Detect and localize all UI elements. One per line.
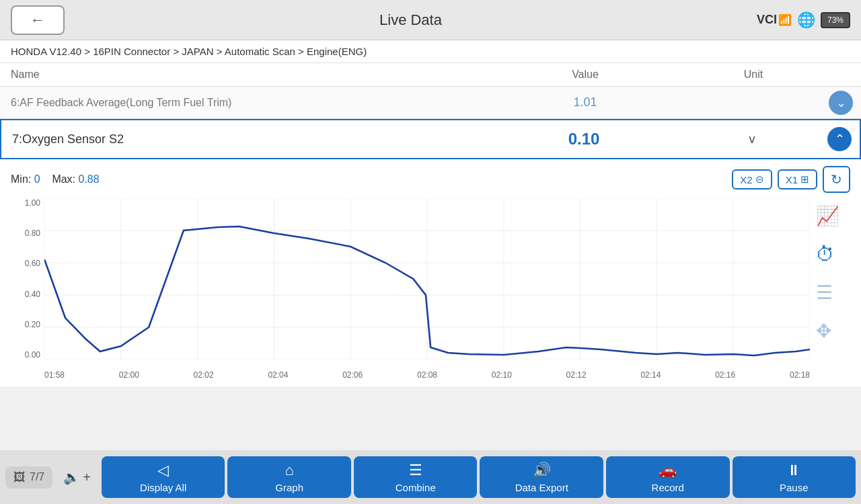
volume-button[interactable]: 🔈 + xyxy=(63,469,91,485)
data-export-label: Data Export xyxy=(515,482,568,493)
row-name: 6:AF Feedback Average(Long Term Fuel Tri… xyxy=(0,90,484,116)
y-axis: 1.00 0.80 0.60 0.40 0.20 0.00 xyxy=(11,198,40,360)
wifi-icon: 📶 xyxy=(778,13,792,26)
x-label-3: 02:04 xyxy=(268,370,288,380)
expand-up-icon[interactable]: ⌃ xyxy=(827,127,852,151)
zoom-x1-button[interactable]: X1 ⊞ xyxy=(778,169,817,190)
combine-icon: ☰ xyxy=(409,462,422,479)
expand-down-icon[interactable]: ⌄ xyxy=(829,91,853,115)
col-name: Name xyxy=(0,69,484,81)
gauge-icon[interactable]: ⏱ xyxy=(816,243,839,265)
line-chart xyxy=(44,198,810,360)
col-value: Value xyxy=(484,69,686,81)
min-max-display: Min: 0 Max: 0.88 xyxy=(11,173,100,185)
x-label-0: 01:58 xyxy=(44,370,65,380)
breadcrumb: HONDA V12.40 > 16PIN Connector > JAPAN >… xyxy=(0,40,861,63)
pause-icon: ⏸ xyxy=(786,462,801,479)
page-number: 7/7 xyxy=(30,471,44,483)
status-icons: VCI 📶 🌐 73% xyxy=(757,11,850,29)
y-label-040: 0.40 xyxy=(11,290,40,299)
graph-wrapper: 📈 ⏱ ☰ ✥ 1.00 0.80 0.60 0.40 0.20 0.00 xyxy=(11,198,850,380)
refresh-button[interactable]: ↻ xyxy=(823,166,850,193)
col-unit: Unit xyxy=(686,69,821,81)
x-label-9: 02:16 xyxy=(715,370,735,380)
zoom-x2-label: X2 xyxy=(740,174,752,185)
trend-up-icon[interactable]: 📈 xyxy=(816,205,839,227)
record-button[interactable]: 🚗 Record xyxy=(606,456,730,498)
display-all-button[interactable]: ◁ Display All xyxy=(102,456,225,498)
y-label-060: 0.60 xyxy=(11,259,40,268)
table-header: Name Value Unit xyxy=(0,63,861,87)
battery-indicator: 73% xyxy=(821,12,850,28)
graph-controls-bar: Min: 0 Max: 0.88 X2 ⊝ X1 ⊞ ↻ xyxy=(11,166,850,193)
volume-icon: 🔈 xyxy=(63,469,80,485)
magnify-minus-icon: ⊝ xyxy=(755,173,764,185)
max-value: 0.88 xyxy=(79,173,100,185)
display-all-icon: ◁ xyxy=(157,462,169,479)
x-label-1: 02:00 xyxy=(119,370,139,380)
row-expand-icon[interactable]: ⌄ xyxy=(821,91,861,115)
zoom-x1-label: X1 xyxy=(786,174,798,185)
combine-button[interactable]: ☰ Combine xyxy=(354,456,478,498)
network-icon: 🌐 xyxy=(797,11,815,29)
min-label: Min: xyxy=(11,173,31,185)
row-value: 1.01 xyxy=(484,95,686,110)
page-title: Live Data xyxy=(379,11,442,29)
display-all-label: Display All xyxy=(140,482,186,493)
graph-label: Graph xyxy=(275,482,303,493)
x-label-7: 02:12 xyxy=(566,370,587,380)
vci-label: VCI xyxy=(757,13,777,27)
x-label-5: 02:08 xyxy=(417,370,437,380)
back-button[interactable]: ← xyxy=(11,5,65,35)
y-label-100: 1.00 xyxy=(11,198,40,208)
min-value: 0 xyxy=(34,173,40,185)
image-icon: 🖼 xyxy=(13,470,26,485)
graph-section: Min: 0 Max: 0.88 X2 ⊝ X1 ⊞ ↻ 📈 ⏱ ☰ ✥ xyxy=(0,159,861,386)
x-label-6: 02:10 xyxy=(492,370,512,380)
zoom-x2-button[interactable]: X2 ⊝ xyxy=(732,169,772,190)
chart-area: 1.00 0.80 0.60 0.40 0.20 0.00 xyxy=(44,198,810,380)
col-action xyxy=(821,69,861,81)
x-label-8: 02:14 xyxy=(640,370,661,380)
data-export-button[interactable]: 🔊 Data Export xyxy=(480,456,603,498)
graph-side-icons: 📈 ⏱ ☰ ✥ xyxy=(816,198,839,342)
selected-row-unit: v xyxy=(685,132,819,146)
graph-icon: ⌂ xyxy=(285,462,294,479)
toolbar-buttons: ◁ Display All ⌂ Graph ☰ Combine 🔊 Data E… xyxy=(102,456,856,498)
x-label-2: 02:02 xyxy=(194,370,214,380)
x-label-10: 02:18 xyxy=(790,370,810,380)
y-label-080: 0.80 xyxy=(11,228,40,238)
graph-button[interactable]: ⌂ Graph xyxy=(227,456,351,498)
record-label: Record xyxy=(652,482,684,493)
selected-row-value: 0.10 xyxy=(483,130,685,149)
selected-row-icon[interactable]: ⌃ xyxy=(819,127,860,151)
magnify-plus-icon: ⊞ xyxy=(800,173,809,185)
header: ← Live Data VCI 📶 🌐 73% xyxy=(0,0,861,40)
list-icon[interactable]: ☰ xyxy=(816,282,839,304)
x-axis: 01:58 02:00 02:02 02:04 02:06 02:08 02:1… xyxy=(44,368,810,380)
bottom-toolbar: 🖼 7/7 🔈 + ◁ Display All ⌂ Graph ☰ Combin… xyxy=(0,450,861,504)
y-label-000: 0.00 xyxy=(11,350,40,360)
record-icon: 🚗 xyxy=(659,462,677,479)
page-indicator: 🖼 7/7 xyxy=(5,466,52,489)
table-row[interactable]: 6:AF Feedback Average(Long Term Fuel Tri… xyxy=(0,87,861,119)
selected-row-name: 7:Oxygen Sensor S2 xyxy=(1,126,483,153)
x-label-4: 02:06 xyxy=(342,370,363,380)
vci-badge: VCI 📶 xyxy=(757,13,792,27)
y-label-020: 0.20 xyxy=(11,320,40,329)
volume-plus-label: + xyxy=(83,470,91,485)
zoom-controls: X2 ⊝ X1 ⊞ ↻ xyxy=(732,166,850,193)
expand-icon[interactable]: ✥ xyxy=(816,320,839,342)
selected-table-row[interactable]: 7:Oxygen Sensor S2 0.10 v ⌃ xyxy=(0,119,861,159)
combine-label: Combine xyxy=(396,482,436,493)
max-label: Max: xyxy=(52,173,75,185)
pause-label: Pause xyxy=(780,482,809,493)
export-icon: 🔊 xyxy=(533,462,551,479)
pause-button[interactable]: ⏸ Pause xyxy=(733,456,856,498)
